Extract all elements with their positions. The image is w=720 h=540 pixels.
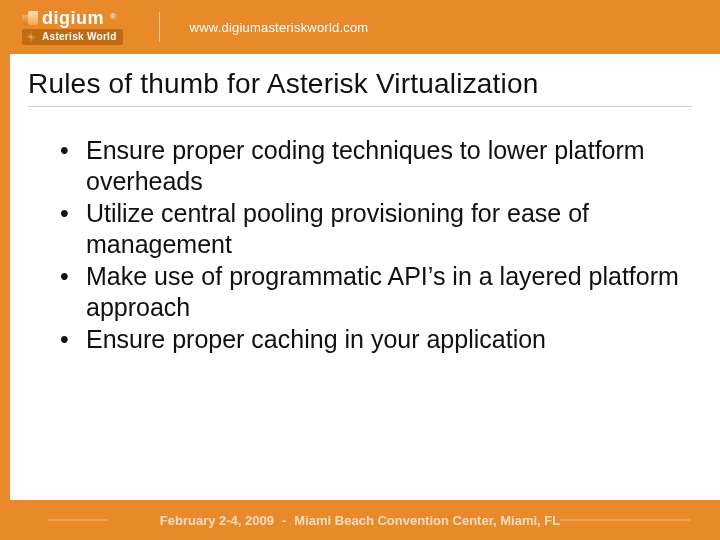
site-url: www.digiumasteriskworld.com: [190, 20, 369, 35]
frame-left: [0, 0, 10, 540]
slide-body: Rules of thumb for Asterisk Virtualizati…: [10, 54, 720, 500]
header-divider: [159, 12, 160, 42]
header: digium ® Asterisk World www.digiumasteri…: [0, 0, 720, 54]
brand-block: digium ® Asterisk World: [22, 9, 123, 45]
footer: February 2-4, 2009 - Miami Beach Convent…: [0, 500, 720, 540]
sub-brand-text: Asterisk World: [42, 32, 117, 42]
list-item: Ensure proper coding techniques to lower…: [60, 135, 682, 196]
bullet-list: Ensure proper coding techniques to lower…: [28, 135, 692, 355]
footer-text: February 2-4, 2009 - Miami Beach Convent…: [160, 513, 560, 528]
footer-venue: Miami Beach Convention Center, Miami, FL: [294, 513, 560, 528]
list-item: Ensure proper caching in your applicatio…: [60, 324, 682, 355]
registered-mark: ®: [110, 13, 116, 21]
slide-title: Rules of thumb for Asterisk Virtualizati…: [28, 68, 692, 107]
footer-rule-left: [48, 520, 108, 521]
brand-row: digium ®: [22, 9, 116, 27]
list-item: Utilize central pooling provisioning for…: [60, 198, 682, 259]
sub-brand-pill: Asterisk World: [22, 29, 123, 45]
footer-dates: February 2-4, 2009: [160, 513, 274, 528]
list-item: Make use of programmatic API’s in a laye…: [60, 261, 682, 322]
asterisk-starburst-icon: [24, 30, 38, 44]
footer-rule-right: [560, 520, 690, 521]
brand-word: digium: [42, 9, 104, 27]
footer-separator: -: [282, 513, 286, 528]
content-card: Rules of thumb for Asterisk Virtualizati…: [10, 54, 720, 500]
digium-logo-icon: [22, 11, 38, 27]
